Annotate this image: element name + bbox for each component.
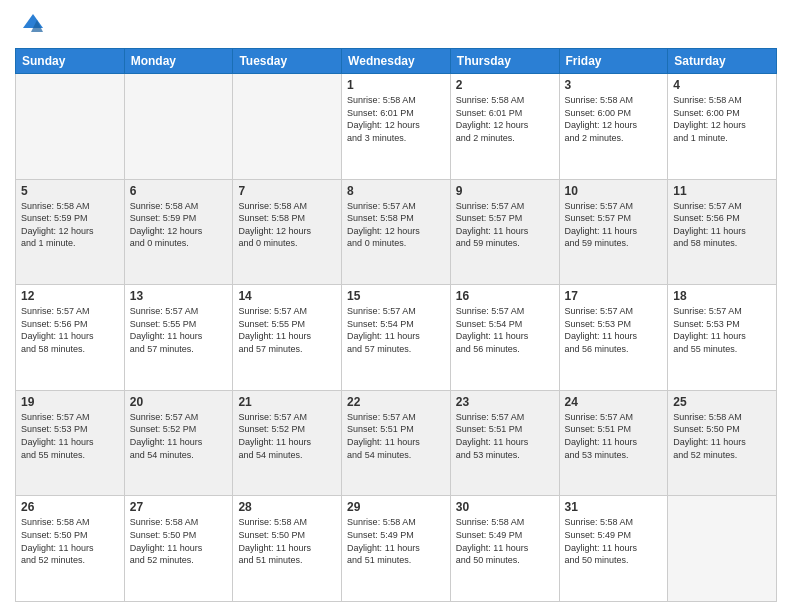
day-number: 10 bbox=[565, 184, 663, 198]
day-info: Sunrise: 5:57 AM Sunset: 5:54 PM Dayligh… bbox=[456, 305, 554, 355]
calendar-cell: 29Sunrise: 5:58 AM Sunset: 5:49 PM Dayli… bbox=[342, 496, 451, 602]
day-info: Sunrise: 5:58 AM Sunset: 5:59 PM Dayligh… bbox=[130, 200, 228, 250]
calendar-cell bbox=[668, 496, 777, 602]
calendar-cell: 24Sunrise: 5:57 AM Sunset: 5:51 PM Dayli… bbox=[559, 390, 668, 496]
calendar-cell bbox=[233, 74, 342, 180]
day-number: 25 bbox=[673, 395, 771, 409]
calendar-cell: 23Sunrise: 5:57 AM Sunset: 5:51 PM Dayli… bbox=[450, 390, 559, 496]
calendar-cell: 20Sunrise: 5:57 AM Sunset: 5:52 PM Dayli… bbox=[124, 390, 233, 496]
header bbox=[15, 10, 777, 40]
day-info: Sunrise: 5:57 AM Sunset: 5:56 PM Dayligh… bbox=[21, 305, 119, 355]
calendar-cell: 25Sunrise: 5:58 AM Sunset: 5:50 PM Dayli… bbox=[668, 390, 777, 496]
day-info: Sunrise: 5:58 AM Sunset: 5:50 PM Dayligh… bbox=[673, 411, 771, 461]
calendar-cell: 17Sunrise: 5:57 AM Sunset: 5:53 PM Dayli… bbox=[559, 285, 668, 391]
day-number: 23 bbox=[456, 395, 554, 409]
day-number: 5 bbox=[21, 184, 119, 198]
calendar-cell: 9Sunrise: 5:57 AM Sunset: 5:57 PM Daylig… bbox=[450, 179, 559, 285]
day-number: 8 bbox=[347, 184, 445, 198]
calendar-week-row: 19Sunrise: 5:57 AM Sunset: 5:53 PM Dayli… bbox=[16, 390, 777, 496]
day-number: 18 bbox=[673, 289, 771, 303]
calendar-cell: 31Sunrise: 5:58 AM Sunset: 5:49 PM Dayli… bbox=[559, 496, 668, 602]
calendar-cell: 22Sunrise: 5:57 AM Sunset: 5:51 PM Dayli… bbox=[342, 390, 451, 496]
calendar-cell: 18Sunrise: 5:57 AM Sunset: 5:53 PM Dayli… bbox=[668, 285, 777, 391]
calendar-cell: 28Sunrise: 5:58 AM Sunset: 5:50 PM Dayli… bbox=[233, 496, 342, 602]
day-info: Sunrise: 5:57 AM Sunset: 5:55 PM Dayligh… bbox=[238, 305, 336, 355]
calendar-cell bbox=[124, 74, 233, 180]
col-header-tuesday: Tuesday bbox=[233, 49, 342, 74]
day-number: 29 bbox=[347, 500, 445, 514]
calendar-week-row: 12Sunrise: 5:57 AM Sunset: 5:56 PM Dayli… bbox=[16, 285, 777, 391]
calendar-cell: 8Sunrise: 5:57 AM Sunset: 5:58 PM Daylig… bbox=[342, 179, 451, 285]
day-number: 22 bbox=[347, 395, 445, 409]
day-info: Sunrise: 5:57 AM Sunset: 5:57 PM Dayligh… bbox=[565, 200, 663, 250]
calendar-cell: 10Sunrise: 5:57 AM Sunset: 5:57 PM Dayli… bbox=[559, 179, 668, 285]
day-number: 2 bbox=[456, 78, 554, 92]
calendar-cell: 11Sunrise: 5:57 AM Sunset: 5:56 PM Dayli… bbox=[668, 179, 777, 285]
day-number: 3 bbox=[565, 78, 663, 92]
calendar-week-row: 26Sunrise: 5:58 AM Sunset: 5:50 PM Dayli… bbox=[16, 496, 777, 602]
day-number: 26 bbox=[21, 500, 119, 514]
day-info: Sunrise: 5:57 AM Sunset: 5:51 PM Dayligh… bbox=[347, 411, 445, 461]
day-number: 30 bbox=[456, 500, 554, 514]
day-number: 31 bbox=[565, 500, 663, 514]
calendar-cell: 1Sunrise: 5:58 AM Sunset: 6:01 PM Daylig… bbox=[342, 74, 451, 180]
day-info: Sunrise: 5:58 AM Sunset: 6:00 PM Dayligh… bbox=[673, 94, 771, 144]
day-info: Sunrise: 5:57 AM Sunset: 5:56 PM Dayligh… bbox=[673, 200, 771, 250]
day-number: 21 bbox=[238, 395, 336, 409]
day-info: Sunrise: 5:58 AM Sunset: 5:50 PM Dayligh… bbox=[21, 516, 119, 566]
calendar-cell: 2Sunrise: 5:58 AM Sunset: 6:01 PM Daylig… bbox=[450, 74, 559, 180]
calendar-cell: 13Sunrise: 5:57 AM Sunset: 5:55 PM Dayli… bbox=[124, 285, 233, 391]
svg-marker-0 bbox=[23, 14, 43, 28]
day-number: 4 bbox=[673, 78, 771, 92]
day-info: Sunrise: 5:57 AM Sunset: 5:52 PM Dayligh… bbox=[130, 411, 228, 461]
day-number: 16 bbox=[456, 289, 554, 303]
logo bbox=[15, 10, 49, 40]
day-number: 24 bbox=[565, 395, 663, 409]
day-number: 12 bbox=[21, 289, 119, 303]
day-number: 27 bbox=[130, 500, 228, 514]
day-number: 15 bbox=[347, 289, 445, 303]
calendar-table: SundayMondayTuesdayWednesdayThursdayFrid… bbox=[15, 48, 777, 602]
day-info: Sunrise: 5:58 AM Sunset: 6:01 PM Dayligh… bbox=[456, 94, 554, 144]
col-header-monday: Monday bbox=[124, 49, 233, 74]
col-header-saturday: Saturday bbox=[668, 49, 777, 74]
calendar-cell: 26Sunrise: 5:58 AM Sunset: 5:50 PM Dayli… bbox=[16, 496, 125, 602]
day-info: Sunrise: 5:57 AM Sunset: 5:58 PM Dayligh… bbox=[347, 200, 445, 250]
day-info: Sunrise: 5:57 AM Sunset: 5:51 PM Dayligh… bbox=[565, 411, 663, 461]
day-number: 13 bbox=[130, 289, 228, 303]
day-info: Sunrise: 5:58 AM Sunset: 5:49 PM Dayligh… bbox=[456, 516, 554, 566]
calendar-week-row: 1Sunrise: 5:58 AM Sunset: 6:01 PM Daylig… bbox=[16, 74, 777, 180]
calendar-cell: 19Sunrise: 5:57 AM Sunset: 5:53 PM Dayli… bbox=[16, 390, 125, 496]
day-info: Sunrise: 5:58 AM Sunset: 6:00 PM Dayligh… bbox=[565, 94, 663, 144]
col-header-thursday: Thursday bbox=[450, 49, 559, 74]
day-info: Sunrise: 5:57 AM Sunset: 5:55 PM Dayligh… bbox=[130, 305, 228, 355]
page: SundayMondayTuesdayWednesdayThursdayFrid… bbox=[0, 0, 792, 612]
day-number: 11 bbox=[673, 184, 771, 198]
day-number: 1 bbox=[347, 78, 445, 92]
calendar-cell: 5Sunrise: 5:58 AM Sunset: 5:59 PM Daylig… bbox=[16, 179, 125, 285]
logo-icon bbox=[15, 10, 45, 40]
day-info: Sunrise: 5:57 AM Sunset: 5:53 PM Dayligh… bbox=[21, 411, 119, 461]
day-info: Sunrise: 5:58 AM Sunset: 6:01 PM Dayligh… bbox=[347, 94, 445, 144]
calendar-cell: 12Sunrise: 5:57 AM Sunset: 5:56 PM Dayli… bbox=[16, 285, 125, 391]
calendar-week-row: 5Sunrise: 5:58 AM Sunset: 5:59 PM Daylig… bbox=[16, 179, 777, 285]
calendar-cell: 6Sunrise: 5:58 AM Sunset: 5:59 PM Daylig… bbox=[124, 179, 233, 285]
calendar-cell: 15Sunrise: 5:57 AM Sunset: 5:54 PM Dayli… bbox=[342, 285, 451, 391]
day-number: 19 bbox=[21, 395, 119, 409]
col-header-sunday: Sunday bbox=[16, 49, 125, 74]
calendar-cell: 4Sunrise: 5:58 AM Sunset: 6:00 PM Daylig… bbox=[668, 74, 777, 180]
day-number: 7 bbox=[238, 184, 336, 198]
day-number: 17 bbox=[565, 289, 663, 303]
day-info: Sunrise: 5:58 AM Sunset: 5:49 PM Dayligh… bbox=[565, 516, 663, 566]
day-info: Sunrise: 5:58 AM Sunset: 5:49 PM Dayligh… bbox=[347, 516, 445, 566]
col-header-friday: Friday bbox=[559, 49, 668, 74]
day-info: Sunrise: 5:57 AM Sunset: 5:53 PM Dayligh… bbox=[565, 305, 663, 355]
day-info: Sunrise: 5:57 AM Sunset: 5:53 PM Dayligh… bbox=[673, 305, 771, 355]
calendar-cell: 16Sunrise: 5:57 AM Sunset: 5:54 PM Dayli… bbox=[450, 285, 559, 391]
day-info: Sunrise: 5:58 AM Sunset: 5:59 PM Dayligh… bbox=[21, 200, 119, 250]
day-info: Sunrise: 5:58 AM Sunset: 5:58 PM Dayligh… bbox=[238, 200, 336, 250]
day-info: Sunrise: 5:57 AM Sunset: 5:52 PM Dayligh… bbox=[238, 411, 336, 461]
day-number: 9 bbox=[456, 184, 554, 198]
day-info: Sunrise: 5:58 AM Sunset: 5:50 PM Dayligh… bbox=[238, 516, 336, 566]
calendar-header-row: SundayMondayTuesdayWednesdayThursdayFrid… bbox=[16, 49, 777, 74]
